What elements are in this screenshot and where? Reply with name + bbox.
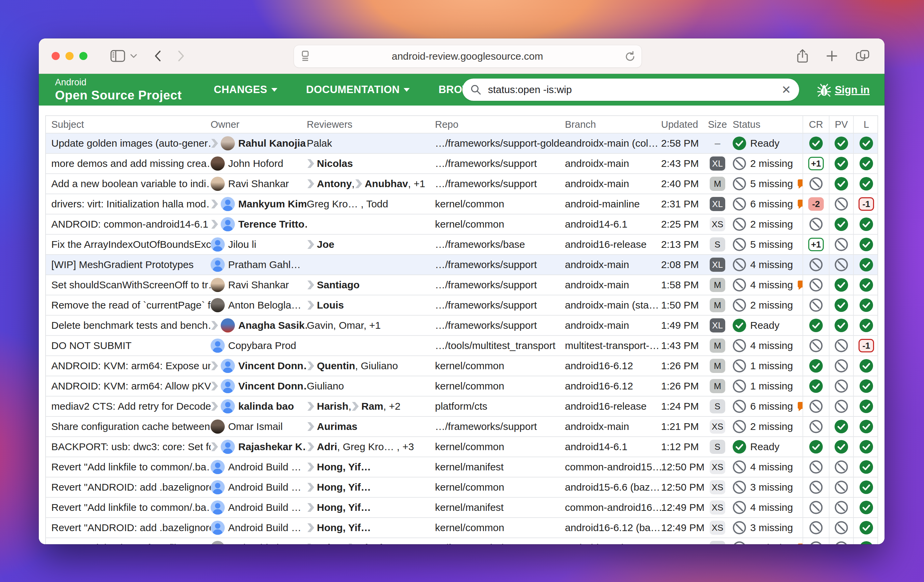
change-owner[interactable]: Terence Tritto… [211, 217, 307, 231]
owner-name[interactable]: Vincent Donn… [238, 360, 307, 372]
change-branch[interactable]: androidx-main [565, 421, 661, 432]
owner-name[interactable]: Omar Ismail [228, 421, 283, 432]
change-owner[interactable]: Rajashekar K… [211, 440, 307, 454]
table-row[interactable]: Revert "Add linkfile to common/.ba…Andro… [46, 497, 878, 517]
owner-name[interactable]: Rahul Kanojia [238, 138, 306, 149]
owner-name[interactable]: Android Build … [228, 522, 301, 533]
change-owner[interactable]: Android Build … [211, 480, 307, 494]
change-repo[interactable]: kernel/common [435, 522, 565, 533]
change-branch[interactable]: multitest-transport-… [565, 340, 661, 351]
change-subject[interactable]: Update golden images (auto-gener… [46, 138, 211, 149]
reviewer-name[interactable]: Harish [317, 401, 348, 412]
change-owner[interactable]: Anton Belogla… [211, 298, 307, 312]
reviewer-name[interactable]: Palak [307, 138, 332, 149]
report-bug-icon[interactable] [817, 83, 831, 97]
change-reviewers[interactable]: Gavin, Omar, +1 [307, 320, 435, 331]
change-repo[interactable]: kernel/common [435, 441, 565, 452]
change-subject[interactable]: DO NOT SUBMIT [46, 340, 211, 351]
change-subject[interactable]: Add a new boolean variable to indi… [46, 178, 211, 189]
reviewer-name[interactable]: Ram [361, 401, 383, 412]
nav-documentation[interactable]: DOCUMENTATION [306, 84, 410, 96]
change-branch[interactable]: android16-release [565, 401, 661, 412]
page-settings-icon[interactable] [300, 50, 310, 62]
reviewer-name[interactable]: Nicolas [317, 158, 353, 169]
owner-name[interactable]: Copybara Prod [228, 340, 296, 351]
change-branch[interactable]: androidx-main (col… [565, 138, 661, 149]
table-row[interactable]: drivers: virt: Initialization halla mod…… [46, 194, 878, 214]
table-row[interactable]: Revert "Add linkfile to common/.ba…Andro… [46, 457, 878, 477]
table-row[interactable]: Fix the ArrayIndexOutOfBoundsExc…Jilou l… [46, 234, 878, 254]
change-repo[interactable]: kernel/common [435, 380, 565, 392]
reviewer-name[interactable]: Hong, Yif… [317, 502, 371, 513]
change-owner[interactable]: Anagha Sasik… [211, 318, 307, 332]
change-repo[interactable]: kernel/common [435, 482, 565, 493]
change-repo[interactable]: …/frameworks/support [435, 259, 565, 270]
table-row[interactable]: Add a new boolean variable to indi…Ravi … [46, 173, 878, 194]
change-reviewers[interactable]: Hong, Yif… [307, 461, 435, 473]
change-branch[interactable]: android15-6.6 (baz… [565, 482, 661, 493]
change-repo[interactable]: …/frameworks/support-golden [435, 138, 565, 149]
forward-button-icon[interactable] [177, 50, 185, 62]
change-branch[interactable]: android16-release [565, 239, 661, 250]
table-row[interactable]: ANDROID: KVM: arm64: Expose un…Vincent D… [46, 355, 878, 376]
change-reviewers[interactable]: Hong, Yif… [307, 502, 435, 513]
change-reviewers[interactable]: Harish, Ram, +2 [307, 401, 435, 412]
change-reviewers[interactable]: Giuliano [307, 380, 435, 392]
change-owner[interactable]: Android Build … [211, 521, 307, 535]
change-subject[interactable]: ANDROID: KVM: arm64: Allow pKV… [46, 380, 211, 392]
change-subject[interactable]: mediav2 CTS: Add retry for Decode… [46, 401, 211, 412]
change-repo[interactable]: platform/cts [435, 401, 565, 412]
change-owner[interactable]: Pratham Gahl… [211, 258, 307, 272]
change-repo[interactable]: …/frameworks/support [435, 299, 565, 311]
change-repo[interactable]: kernel/common [435, 360, 565, 372]
reviewer-name[interactable]: , Giuliano [355, 360, 398, 372]
reviewer-name[interactable]: Hong, Yif… [317, 461, 371, 473]
change-subject[interactable]: Revert "Add linkfile to common/.ba… [46, 461, 211, 473]
change-subject[interactable]: Expose minimal set of Profile Cons… [46, 542, 211, 544]
table-row[interactable]: Delete benchmark tests and bench…Anagha … [46, 315, 878, 335]
reviewer-name[interactable]: Anubhav [365, 178, 408, 189]
sign-in-link[interactable]: Sign in [835, 84, 870, 96]
search-input[interactable] [487, 84, 782, 96]
change-repo[interactable]: kernel/manifest [435, 461, 565, 473]
close-window-button[interactable] [52, 52, 60, 60]
search-bar[interactable]: ✕ [462, 79, 799, 101]
change-subject[interactable]: [WIP] MeshGradient Prototypes [46, 259, 211, 270]
reload-icon[interactable] [625, 51, 635, 62]
reviewer-name[interactable]: Louis [317, 299, 344, 311]
change-branch[interactable]: androidx-main [565, 279, 661, 291]
owner-name[interactable]: Ravi Shankar [228, 178, 289, 189]
owner-name[interactable]: Android Build … [228, 482, 301, 493]
change-subject[interactable]: ANDROID: KVM: arm64: Expose un… [46, 360, 211, 372]
owner-name[interactable]: kalinda bao [238, 401, 294, 412]
change-subject[interactable]: Set shouldScanWithScreenOff to tr… [46, 279, 211, 291]
reviewer-name[interactable]: Greg Kro… , Todd [307, 198, 388, 210]
change-reviewers[interactable]: Louis [307, 299, 435, 311]
change-repo[interactable]: …/frameworks/support [435, 421, 565, 432]
reviewer-name[interactable]: Hong, Yif… [317, 482, 371, 493]
change-branch[interactable]: common-android15… [565, 461, 661, 473]
change-repo[interactable]: kernel/common [435, 219, 565, 230]
change-branch[interactable]: androidx-main [565, 259, 661, 270]
sidebar-toggle-icon[interactable] [111, 50, 125, 62]
reviewer-name[interactable]: Giuliano [307, 380, 344, 392]
change-subject[interactable]: Share configuration cache between… [46, 421, 211, 432]
reviewer-name[interactable]: Quentin [317, 360, 355, 372]
change-branch[interactable]: androidx-main [565, 542, 661, 544]
reviewer-name[interactable]: , +1 [408, 178, 425, 189]
tab-overview-icon[interactable] [855, 49, 870, 62]
table-row[interactable]: mediav2 CTS: Add retry for Decode…kalind… [46, 396, 878, 416]
change-branch[interactable]: android16-6.12 [565, 380, 661, 392]
change-owner[interactable]: Mankyum Kim [211, 197, 307, 211]
owner-name[interactable]: Vincent Donn… [238, 380, 307, 392]
change-reviewers[interactable]: Adam, Nicolas [307, 542, 435, 544]
reviewer-name[interactable]: , Greg Kro… , +3 [337, 441, 414, 452]
owner-name[interactable]: Android Build … [228, 502, 301, 513]
table-row[interactable]: Revert "ANDROID: add .bazelignore …Andro… [46, 477, 878, 497]
change-subject[interactable]: Fix the ArrayIndexOutOfBoundsExc… [46, 239, 211, 250]
change-branch[interactable]: androidx-main [565, 178, 661, 189]
change-reviewers[interactable]: Quentin, Giuliano [307, 360, 435, 372]
table-row[interactable]: Remove the read of `currentPage` f…Anton… [46, 295, 878, 315]
sidebar-chevron-down-icon[interactable] [130, 54, 137, 58]
change-owner[interactable]: Ravi Shankar [211, 278, 307, 292]
